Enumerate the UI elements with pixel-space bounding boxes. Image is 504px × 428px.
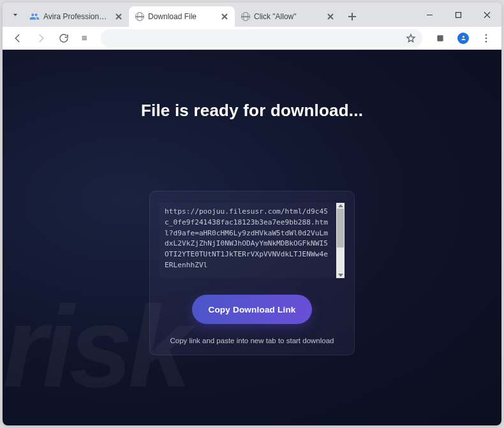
site-info-icon[interactable] (77, 28, 93, 48)
extensions-button[interactable] (430, 28, 450, 48)
address-bar[interactable] (101, 29, 422, 47)
close-window-button[interactable] (473, 3, 501, 27)
svg-rect-0 (456, 12, 461, 17)
bookmark-star-icon[interactable] (406, 33, 416, 43)
scroll-thumb[interactable] (337, 209, 344, 247)
reload-button[interactable] (54, 28, 74, 48)
back-button[interactable] (8, 28, 28, 48)
tab-label: Download File (148, 12, 216, 21)
scroll-down-icon[interactable] (338, 274, 343, 277)
tab-label: Click "Allow" (254, 12, 322, 21)
minimize-button[interactable] (415, 3, 444, 27)
download-card: https://poojuu.filesusr.com/html/d9c45c_… (149, 191, 355, 355)
tab-avira[interactable]: Avira Professional Security 2014 (23, 6, 129, 27)
close-icon[interactable] (114, 11, 124, 22)
page-title: File is ready for download... (141, 101, 363, 121)
scrollbar[interactable] (336, 203, 345, 278)
download-url-textarea[interactable]: https://poojuu.filesusr.com/html/d9c45c_… (159, 203, 336, 278)
browser-window: Avira Professional Security 2014 Downloa… (3, 3, 501, 425)
tab-click-allow[interactable]: Click "Allow" (235, 6, 341, 27)
svg-point-3 (485, 37, 487, 39)
menu-button[interactable] (476, 28, 496, 48)
globe-icon (241, 12, 250, 21)
tab-label: Avira Professional Security 2014 (43, 12, 110, 21)
svg-point-4 (485, 40, 487, 42)
profile-avatar-icon (457, 33, 469, 44)
profile-button[interactable] (453, 28, 473, 48)
svg-point-2 (485, 34, 487, 36)
window-controls (415, 3, 501, 27)
close-icon[interactable] (325, 11, 336, 22)
globe-icon (135, 12, 144, 21)
close-icon[interactable] (219, 11, 230, 22)
tab-search-button[interactable] (8, 7, 23, 22)
people-icon (29, 11, 40, 22)
new-tab-button[interactable] (343, 8, 361, 26)
copy-hint-text: Copy link and paste into new tab to star… (170, 337, 334, 344)
toolbar (3, 27, 501, 50)
titlebar: Avira Professional Security 2014 Downloa… (3, 3, 501, 27)
maximize-button[interactable] (444, 3, 473, 27)
page-viewport: risk File is ready for download... https… (3, 50, 501, 425)
scroll-up-icon[interactable] (338, 204, 343, 207)
copy-download-link-button[interactable]: Copy Download Link (192, 295, 312, 324)
url-textbox-wrapper: https://poojuu.filesusr.com/html/d9c45c_… (159, 203, 345, 278)
tab-download-file[interactable]: Download File (129, 6, 235, 27)
svg-rect-1 (437, 35, 443, 41)
forward-button[interactable] (31, 28, 51, 48)
tab-strip: Avira Professional Security 2014 Downloa… (23, 3, 415, 27)
